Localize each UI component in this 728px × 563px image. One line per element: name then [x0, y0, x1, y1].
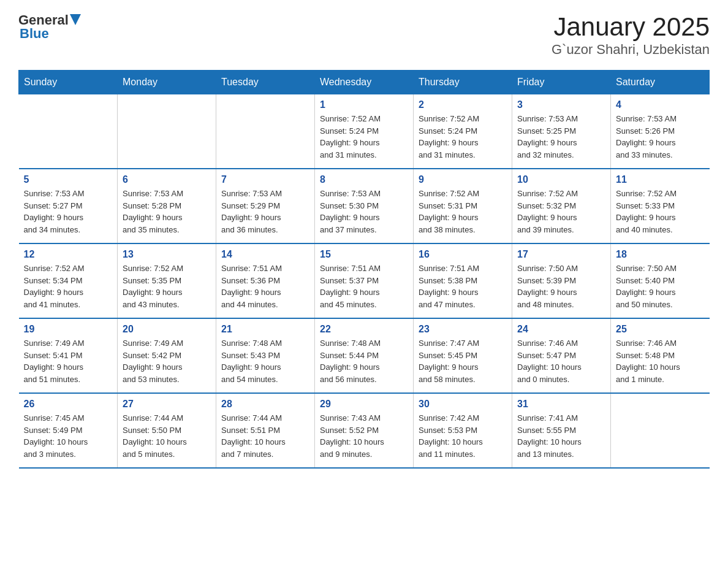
- day-number: 20: [123, 324, 211, 335]
- day-number: 12: [24, 249, 113, 260]
- calendar-cell: [611, 393, 710, 468]
- day-number: 13: [123, 249, 211, 260]
- calendar-week-row: 26Sunrise: 7:45 AM Sunset: 5:49 PM Dayli…: [19, 393, 710, 468]
- calendar-cell: 3Sunrise: 7:53 AM Sunset: 5:25 PM Daylig…: [512, 94, 611, 169]
- page-title: January 2025: [552, 12, 710, 42]
- day-info: Sunrise: 7:41 AM Sunset: 5:55 PM Dayligh…: [517, 412, 605, 460]
- calendar-table: SundayMondayTuesdayWednesdayThursdayFrid…: [18, 70, 710, 469]
- calendar-cell: 6Sunrise: 7:53 AM Sunset: 5:28 PM Daylig…: [118, 169, 216, 243]
- calendar-cell: 14Sunrise: 7:51 AM Sunset: 5:36 PM Dayli…: [216, 243, 315, 318]
- day-info: Sunrise: 7:53 AM Sunset: 5:30 PM Dayligh…: [320, 188, 408, 236]
- column-header-tuesday: Tuesday: [216, 71, 315, 94]
- day-number: 24: [517, 324, 605, 335]
- calendar-header-row: SundayMondayTuesdayWednesdayThursdayFrid…: [19, 71, 710, 94]
- day-info: Sunrise: 7:50 AM Sunset: 5:40 PM Dayligh…: [616, 262, 705, 310]
- day-number: 31: [517, 399, 605, 410]
- day-number: 6: [123, 174, 211, 185]
- calendar-cell: 1Sunrise: 7:52 AM Sunset: 5:24 PM Daylig…: [315, 94, 414, 169]
- day-number: 25: [616, 324, 705, 335]
- day-info: Sunrise: 7:52 AM Sunset: 5:35 PM Dayligh…: [123, 262, 211, 310]
- day-info: Sunrise: 7:52 AM Sunset: 5:33 PM Dayligh…: [616, 188, 705, 236]
- column-header-thursday: Thursday: [414, 71, 512, 94]
- day-number: 10: [517, 174, 605, 185]
- column-header-saturday: Saturday: [611, 71, 710, 94]
- calendar-cell: 21Sunrise: 7:48 AM Sunset: 5:43 PM Dayli…: [216, 318, 315, 393]
- day-info: Sunrise: 7:44 AM Sunset: 5:50 PM Dayligh…: [123, 412, 211, 460]
- day-number: 17: [517, 249, 605, 260]
- day-info: Sunrise: 7:48 AM Sunset: 5:43 PM Dayligh…: [221, 337, 309, 385]
- day-info: Sunrise: 7:43 AM Sunset: 5:52 PM Dayligh…: [320, 412, 408, 460]
- day-number: 7: [221, 174, 309, 185]
- calendar-cell: 29Sunrise: 7:43 AM Sunset: 5:52 PM Dayli…: [315, 393, 414, 468]
- day-number: 3: [517, 99, 605, 110]
- day-info: Sunrise: 7:51 AM Sunset: 5:36 PM Dayligh…: [221, 262, 309, 310]
- day-info: Sunrise: 7:53 AM Sunset: 5:29 PM Dayligh…: [221, 188, 309, 236]
- day-number: 28: [221, 399, 309, 410]
- day-info: Sunrise: 7:51 AM Sunset: 5:37 PM Dayligh…: [320, 262, 408, 310]
- calendar-cell: 4Sunrise: 7:53 AM Sunset: 5:26 PM Daylig…: [611, 94, 710, 169]
- title-block: January 2025 G`uzor Shahri, Uzbekistan: [552, 12, 710, 58]
- day-info: Sunrise: 7:52 AM Sunset: 5:24 PM Dayligh…: [320, 113, 408, 161]
- day-info: Sunrise: 7:51 AM Sunset: 5:38 PM Dayligh…: [419, 262, 507, 310]
- day-info: Sunrise: 7:53 AM Sunset: 5:27 PM Dayligh…: [24, 188, 113, 236]
- calendar-cell: 30Sunrise: 7:42 AM Sunset: 5:53 PM Dayli…: [414, 393, 512, 468]
- day-number: 16: [419, 249, 507, 260]
- day-info: Sunrise: 7:46 AM Sunset: 5:48 PM Dayligh…: [616, 337, 705, 385]
- day-info: Sunrise: 7:46 AM Sunset: 5:47 PM Dayligh…: [517, 337, 605, 385]
- day-info: Sunrise: 7:52 AM Sunset: 5:32 PM Dayligh…: [517, 188, 605, 236]
- day-number: 21: [221, 324, 309, 335]
- calendar-cell: 25Sunrise: 7:46 AM Sunset: 5:48 PM Dayli…: [611, 318, 710, 393]
- calendar-cell: 27Sunrise: 7:44 AM Sunset: 5:50 PM Dayli…: [118, 393, 216, 468]
- day-info: Sunrise: 7:48 AM Sunset: 5:44 PM Dayligh…: [320, 337, 408, 385]
- day-number: 27: [123, 399, 211, 410]
- day-info: Sunrise: 7:44 AM Sunset: 5:51 PM Dayligh…: [221, 412, 309, 460]
- calendar-cell: 31Sunrise: 7:41 AM Sunset: 5:55 PM Dayli…: [512, 393, 611, 468]
- calendar-cell: 18Sunrise: 7:50 AM Sunset: 5:40 PM Dayli…: [611, 243, 710, 318]
- calendar-week-row: 1Sunrise: 7:52 AM Sunset: 5:24 PM Daylig…: [19, 94, 710, 169]
- calendar-cell: 2Sunrise: 7:52 AM Sunset: 5:24 PM Daylig…: [414, 94, 512, 169]
- day-number: 1: [320, 99, 408, 110]
- calendar-cell: 15Sunrise: 7:51 AM Sunset: 5:37 PM Dayli…: [315, 243, 414, 318]
- day-info: Sunrise: 7:49 AM Sunset: 5:41 PM Dayligh…: [24, 337, 113, 385]
- day-number: 30: [419, 399, 507, 410]
- day-info: Sunrise: 7:52 AM Sunset: 5:31 PM Dayligh…: [419, 188, 507, 236]
- day-info: Sunrise: 7:53 AM Sunset: 5:26 PM Dayligh…: [616, 113, 705, 161]
- calendar-cell: 23Sunrise: 7:47 AM Sunset: 5:45 PM Dayli…: [414, 318, 512, 393]
- day-number: 14: [221, 249, 309, 260]
- calendar-cell: [19, 94, 118, 169]
- calendar-cell: 24Sunrise: 7:46 AM Sunset: 5:47 PM Dayli…: [512, 318, 611, 393]
- calendar-cell: [118, 94, 216, 169]
- day-info: Sunrise: 7:53 AM Sunset: 5:25 PM Dayligh…: [517, 113, 605, 161]
- day-number: 9: [419, 174, 507, 185]
- day-number: 29: [320, 399, 408, 410]
- page-subtitle: G`uzor Shahri, Uzbekistan: [552, 42, 710, 58]
- calendar-cell: 16Sunrise: 7:51 AM Sunset: 5:38 PM Dayli…: [414, 243, 512, 318]
- logo: General Blue: [18, 12, 81, 42]
- day-number: 22: [320, 324, 408, 335]
- calendar-week-row: 12Sunrise: 7:52 AM Sunset: 5:34 PM Dayli…: [19, 243, 710, 318]
- day-number: 18: [616, 249, 705, 260]
- calendar-cell: 10Sunrise: 7:52 AM Sunset: 5:32 PM Dayli…: [512, 169, 611, 243]
- calendar-week-row: 19Sunrise: 7:49 AM Sunset: 5:41 PM Dayli…: [19, 318, 710, 393]
- calendar-cell: 22Sunrise: 7:48 AM Sunset: 5:44 PM Dayli…: [315, 318, 414, 393]
- calendar-cell: 9Sunrise: 7:52 AM Sunset: 5:31 PM Daylig…: [414, 169, 512, 243]
- day-number: 19: [24, 324, 113, 335]
- svg-marker-0: [70, 14, 81, 25]
- logo-triangle-icon: [70, 14, 81, 25]
- day-info: Sunrise: 7:53 AM Sunset: 5:28 PM Dayligh…: [123, 188, 211, 236]
- calendar-cell: 20Sunrise: 7:49 AM Sunset: 5:42 PM Dayli…: [118, 318, 216, 393]
- day-info: Sunrise: 7:42 AM Sunset: 5:53 PM Dayligh…: [419, 412, 507, 460]
- day-info: Sunrise: 7:52 AM Sunset: 5:24 PM Dayligh…: [419, 113, 507, 161]
- day-number: 4: [616, 99, 705, 110]
- calendar-week-row: 5Sunrise: 7:53 AM Sunset: 5:27 PM Daylig…: [19, 169, 710, 243]
- logo-blue: Blue: [20, 26, 49, 42]
- day-info: Sunrise: 7:49 AM Sunset: 5:42 PM Dayligh…: [123, 337, 211, 385]
- day-info: Sunrise: 7:52 AM Sunset: 5:34 PM Dayligh…: [24, 262, 113, 310]
- day-number: 5: [24, 174, 113, 185]
- calendar-cell: 5Sunrise: 7:53 AM Sunset: 5:27 PM Daylig…: [19, 169, 118, 243]
- page-header: General Blue January 2025 G`uzor Shahri,…: [18, 12, 710, 58]
- calendar-cell: 13Sunrise: 7:52 AM Sunset: 5:35 PM Dayli…: [118, 243, 216, 318]
- day-number: 23: [419, 324, 507, 335]
- calendar-cell: 26Sunrise: 7:45 AM Sunset: 5:49 PM Dayli…: [19, 393, 118, 468]
- calendar-cell: 19Sunrise: 7:49 AM Sunset: 5:41 PM Dayli…: [19, 318, 118, 393]
